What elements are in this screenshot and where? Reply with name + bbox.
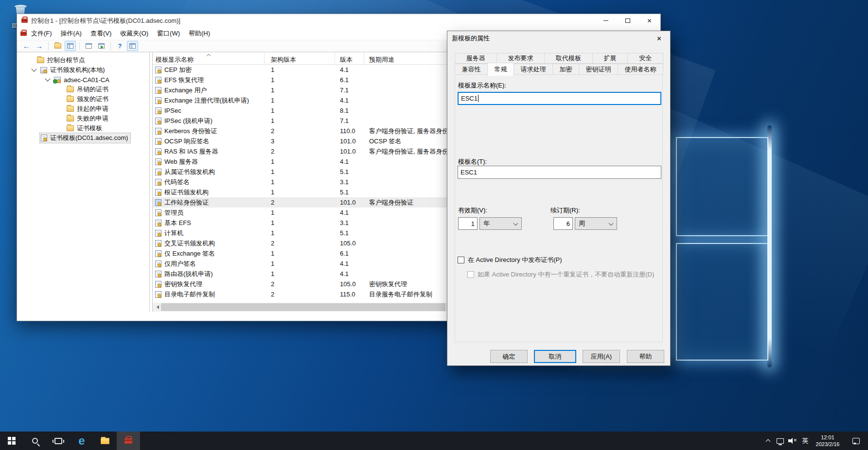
taskbar-file-explorer-button[interactable]: [93, 432, 117, 450]
schema-version-cell: 1: [265, 189, 335, 196]
toolbar-separator: [110, 42, 111, 50]
close-button[interactable]: ✕: [638, 14, 660, 27]
taskbar-edge-button[interactable]: e: [70, 432, 93, 450]
show-hidden-icons-button[interactable]: [762, 432, 774, 450]
menu-item[interactable]: 帮助(H): [184, 27, 214, 40]
certificate-template-icon: [155, 128, 161, 135]
scroll-left-button[interactable]: [153, 303, 161, 312]
dialog-tab[interactable]: 兼容性: [455, 64, 488, 75]
tree-item[interactable]: 证书模板: [17, 123, 149, 133]
tree-item[interactable]: 失败的申请: [17, 114, 149, 123]
show-action-pane-toggle[interactable]: [127, 41, 138, 51]
certificate-template-icon: [155, 107, 161, 114]
back-button[interactable]: ←: [21, 41, 32, 51]
tree-item[interactable]: adsec-CA01-CA: [17, 75, 149, 85]
tree-item[interactable]: 控制台根节点: [17, 55, 149, 65]
dialog-tab[interactable]: 加密: [552, 64, 579, 75]
taskbar-mmc-button[interactable]: [117, 432, 140, 450]
template-name-input[interactable]: ESC1: [458, 166, 661, 179]
wallpaper-light-beam: [767, 125, 772, 367]
tree-item[interactable]: 吊销的证书: [17, 85, 149, 94]
column-header-version[interactable]: 版本: [335, 52, 364, 64]
help-button-dialog[interactable]: 帮助: [627, 350, 664, 363]
minimize-button[interactable]: [595, 14, 617, 27]
up-one-level-button[interactable]: [52, 41, 63, 51]
no-reenroll-checkbox[interactable]: [467, 271, 474, 278]
dialog-tab[interactable]: 请求处理: [514, 64, 553, 75]
network-tray-icon[interactable]: [774, 432, 786, 450]
action-pane-icon: [129, 43, 136, 49]
dialog-tab[interactable]: 取代模板: [544, 53, 593, 64]
tree-item-box: 控制台根节点: [35, 55, 88, 66]
certificate-template-icon: [155, 158, 161, 165]
properties-button[interactable]: [83, 41, 94, 51]
forward-button[interactable]: →: [34, 41, 45, 51]
window-titlebar[interactable]: 控制台1 - [控制台根节点\证书模板(DC01.adsec.com)] ✕: [17, 14, 660, 27]
menu-item[interactable]: 查看(V): [86, 27, 116, 40]
certificate-template-icon: [155, 250, 161, 257]
start-button[interactable]: [0, 432, 23, 450]
pane-splitter[interactable]: [149, 52, 153, 312]
action-center-button[interactable]: [844, 432, 868, 450]
dialog-tab[interactable]: 服务器: [455, 53, 497, 64]
validity-unit-dropdown[interactable]: 年: [479, 217, 522, 230]
dialog-tab[interactable]: 常规: [487, 63, 514, 76]
scrollbar-thumb[interactable]: [161, 303, 445, 311]
ime-language-indicator[interactable]: 英: [799, 432, 812, 450]
version-cell: 3.1: [335, 178, 364, 186]
show-console-tree-toggle[interactable]: [65, 41, 76, 51]
tree-item[interactable]: 证书模板(DC01.adsec.com): [17, 133, 149, 143]
taskbar-clock[interactable]: 12:01 2023/2/16: [812, 432, 844, 450]
tree-item[interactable]: 证书颁发机构(本地): [17, 65, 149, 75]
template-name-cell: IPSec (脱机申请): [153, 117, 265, 125]
template-name-cell: 仅用户签名: [153, 260, 265, 268]
version-cell: 4.1: [335, 158, 364, 165]
taskbar-search-button[interactable]: [23, 432, 47, 450]
tree-item[interactable]: 颁发的证书: [17, 94, 149, 104]
schema-version-cell: 3: [265, 138, 335, 145]
tree-item[interactable]: 挂起的申请: [17, 104, 149, 114]
dialog-tab[interactable]: 使用者名称: [618, 64, 663, 75]
dialog-close-button[interactable]: ✕: [648, 31, 670, 46]
schema-version-cell: 2: [265, 291, 335, 298]
cancel-button[interactable]: 取消: [534, 350, 576, 363]
menu-item[interactable]: 文件(F): [27, 27, 56, 40]
publish-in-ad-checkbox[interactable]: [458, 257, 464, 263]
column-header-template-name[interactable]: 模板显示名称: [153, 52, 265, 64]
help-button[interactable]: ?: [114, 41, 125, 51]
ok-button[interactable]: 确定: [490, 350, 528, 363]
volume-muted-tray-icon[interactable]: ✕: [786, 432, 799, 450]
tree-item-label: adsec-CA01-CA: [64, 76, 109, 84]
renewal-period-input[interactable]: 6: [553, 217, 573, 230]
minimize-icon: [603, 20, 608, 21]
menu-item[interactable]: 操作(A): [56, 27, 86, 40]
menu-item[interactable]: 收藏夹(O): [116, 27, 153, 40]
folder-icon: [67, 116, 74, 121]
task-view-button[interactable]: [47, 432, 70, 450]
dialog-titlebar[interactable]: 新模板的属性: [447, 31, 670, 46]
dialog-tab[interactable]: 密钥证明: [579, 64, 618, 75]
template-name-value: ESC1: [461, 169, 477, 176]
export-list-button[interactable]: [96, 41, 107, 51]
template-display-name-input[interactable]: ESC1: [458, 92, 661, 105]
template-name-cell: 从属证书颁发机构: [153, 168, 265, 176]
maximize-button[interactable]: [617, 14, 638, 27]
menu-item[interactable]: 窗口(W): [153, 27, 184, 40]
validity-period-input[interactable]: 1: [458, 217, 478, 230]
dialog-tab[interactable]: 扩展: [592, 53, 628, 64]
template-name: 仅用户签名: [164, 260, 196, 268]
dialog-tab[interactable]: 发布要求: [496, 53, 545, 64]
tree-item-label: 失败的申请: [77, 114, 108, 123]
certificate-template-icon: [155, 220, 161, 226]
certificate-template-icon: [155, 209, 161, 216]
template-name-cell: RAS 和 IAS 服务器: [153, 147, 265, 156]
template-name: Exchange 注册代理(脱机申请): [164, 96, 249, 105]
template-name-cell: 基本 EFS: [153, 219, 265, 227]
dialog-tab[interactable]: 安全: [627, 53, 663, 64]
chevron-expanded-icon: [45, 76, 50, 81]
certificate-template-icon: [155, 199, 161, 206]
apply-button[interactable]: 应用(A): [583, 350, 620, 363]
column-header-schema-version[interactable]: 架构版本: [265, 52, 335, 64]
renewal-unit-dropdown[interactable]: 周: [575, 217, 617, 230]
template-name: 路由器(脱机申请): [164, 270, 213, 278]
